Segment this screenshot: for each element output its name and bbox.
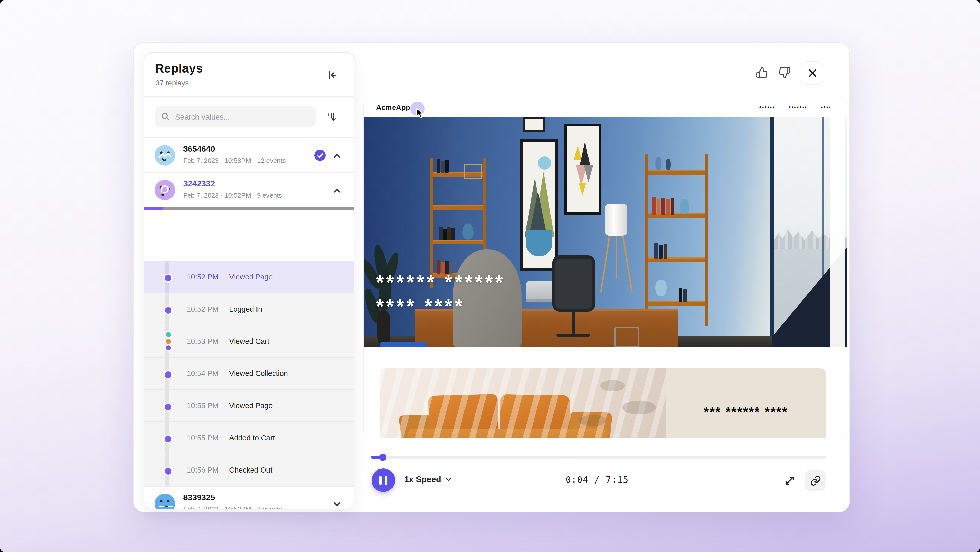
floor-lamp	[605, 204, 627, 236]
event-dot-teal	[165, 331, 172, 338]
event-timeline: 10:52 PM Viewed Page 10:52 PM Logged In …	[145, 261, 354, 487]
sort-descending-icon	[326, 112, 337, 123]
session-id: 3242332	[183, 179, 215, 188]
search-input[interactable]	[174, 112, 310, 121]
replay-viewport: AcmeApp ****** ******* ****	[363, 97, 847, 438]
event-label: Viewed Page	[229, 273, 272, 281]
session-meta: Feb 7, 2023 · 10:58PM · 12 events	[183, 157, 286, 164]
chevron-down-icon	[445, 476, 452, 483]
thumbs-up-icon	[756, 66, 768, 79]
event-dot	[164, 467, 172, 475]
copy-link-button[interactable]	[805, 470, 826, 491]
masked-nav-item: *******	[789, 105, 808, 111]
playback-progress-fill	[371, 456, 380, 459]
chevron-up-icon[interactable]	[333, 187, 341, 195]
close-icon	[808, 69, 817, 78]
event-dot	[164, 274, 172, 282]
masked-hero-headline: ****** ********** ****	[376, 270, 505, 318]
thumbs-down-button[interactable]	[777, 65, 792, 80]
divider	[145, 487, 354, 487]
event-row[interactable]: 10:56 PM Checked Out	[145, 454, 354, 487]
event-row[interactable]: 10:55 PM Viewed Page	[145, 390, 354, 422]
session-id: 8339325	[183, 493, 215, 502]
event-dot	[164, 370, 172, 379]
wall-art-geometric	[564, 124, 601, 215]
app-background: Replays 37 replays	[0, 0, 980, 552]
event-row[interactable]: 10:52 PM Logged In	[145, 293, 354, 325]
event-time: 10:56 PM	[187, 466, 218, 474]
sort-button[interactable]	[324, 109, 339, 124]
event-time: 10:55 PM	[187, 402, 218, 410]
event-row[interactable]: 10:54 PM Viewed Collection	[145, 357, 354, 390]
event-time: 10:54 PM	[187, 369, 218, 378]
speed-label: 1x Speed	[404, 475, 441, 484]
event-label: Viewed Collection	[229, 369, 288, 378]
event-row[interactable]: 10:55 PM Added to Cart	[145, 422, 354, 454]
avatar	[155, 493, 175, 509]
wall-art-small	[523, 117, 545, 132]
link-icon	[810, 475, 821, 486]
session-progress-fill	[145, 207, 163, 210]
hero-banner: ****** ********** **** **** ****** *****…	[364, 117, 847, 348]
product-card: *** ****** ****	[380, 369, 826, 438]
collapse-sidebar-button[interactable]	[325, 68, 339, 82]
search-icon	[161, 112, 170, 121]
replay-count: 37 replays	[156, 79, 189, 87]
fullscreen-button[interactable]	[782, 473, 797, 488]
event-label: Viewed Cart	[229, 337, 269, 345]
hero-cta-button[interactable]: **** ****** **********	[380, 342, 427, 348]
session-progress-bar[interactable]	[145, 207, 354, 210]
event-time: 10:52 PM	[187, 273, 218, 281]
masked-nav-item: ******	[759, 105, 775, 111]
event-dot-orange	[165, 338, 172, 345]
session-meta: Feb 7, 2023 · 10:52PM · 9 events	[183, 191, 282, 199]
search-box[interactable]	[155, 106, 316, 127]
event-label: Logged In	[229, 305, 262, 313]
avatar	[155, 145, 175, 166]
site-nav: ****** ******* ****	[759, 105, 832, 111]
playback-time: 0:04 / 7:15	[556, 475, 638, 485]
event-row[interactable]: 10:53 PM Viewed Cart	[145, 325, 354, 357]
watched-check-badge	[314, 150, 326, 161]
session-row[interactable]: 8339325 Feb 7, 2023 · 10:52PM · 8 events	[145, 487, 354, 509]
event-time: 10:55 PM	[187, 434, 218, 442]
event-time: 10:53 PM	[187, 337, 218, 345]
event-row-selected[interactable]: 10:52 PM Viewed Page	[145, 261, 354, 293]
replayed-site-header: AcmeApp ****** ******* ****	[364, 98, 847, 117]
pause-icon	[378, 476, 389, 485]
replays-sidebar: Replays 37 replays	[144, 52, 354, 509]
chevron-down-icon[interactable]	[333, 500, 341, 508]
search-section	[145, 96, 354, 138]
expand-icon	[783, 475, 796, 487]
pause-button[interactable]	[372, 469, 395, 492]
event-dot-purple	[165, 344, 172, 351]
bookshelf-right	[645, 154, 708, 326]
collapse-left-icon	[327, 70, 338, 81]
page-scrollbar[interactable]	[830, 100, 845, 435]
thumbs-down-icon	[778, 66, 791, 79]
office-chair	[552, 255, 595, 312]
session-row[interactable]: 3654640 Feb 7, 2023 · 10:58PM · 12 event…	[145, 138, 354, 173]
session-row-active[interactable]: 3242332 Feb 7, 2023 · 10:52PM · 9 events	[145, 173, 354, 207]
session-id: 3654640	[183, 145, 215, 154]
avatar	[155, 180, 175, 200]
session-meta: Feb 7, 2023 · 10:52PM · 8 events	[183, 505, 282, 509]
event-dot	[164, 306, 172, 315]
thumbs-up-button[interactable]	[755, 65, 769, 80]
event-dot	[164, 435, 172, 444]
event-label: Viewed Page	[229, 402, 272, 410]
event-label: Checked Out	[229, 466, 272, 474]
event-time: 10:52 PM	[187, 305, 218, 313]
chevron-up-icon[interactable]	[333, 152, 341, 160]
glass-cart	[614, 327, 639, 348]
speed-selector[interactable]: 1x Speed	[404, 475, 452, 484]
playback-progress-knob[interactable]	[379, 454, 387, 461]
masked-card-text: *** ****** ****	[666, 369, 826, 438]
close-button[interactable]	[801, 61, 824, 85]
playback-progress-bar[interactable]	[371, 456, 826, 459]
mouse-cursor-icon	[415, 108, 426, 119]
sidebar-title: Replays	[155, 61, 203, 76]
event-label: Added to Cart	[229, 434, 275, 442]
wall-art-mountains	[520, 139, 558, 271]
event-dot	[164, 402, 172, 411]
